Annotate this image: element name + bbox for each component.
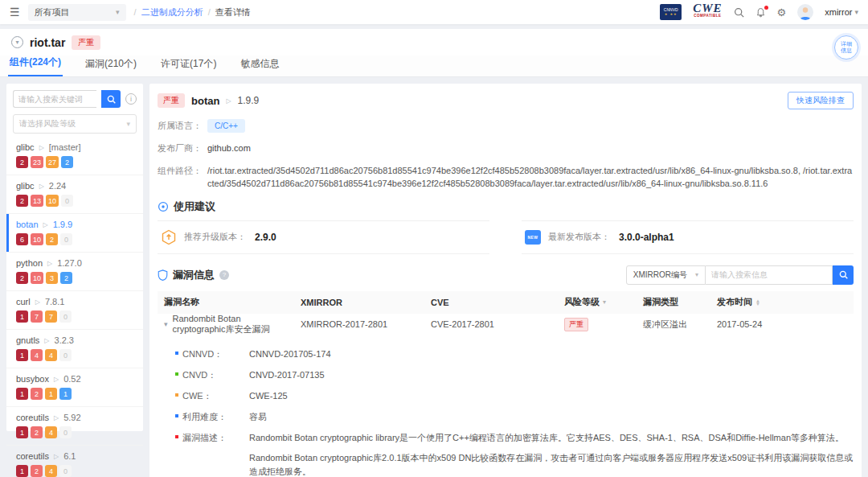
component-name: glibc [16, 142, 35, 152]
upgrade-hexagon-icon [161, 229, 177, 245]
col-date-label: 发布时间 [717, 296, 752, 308]
risk-level-select[interactable]: 请选择风险等级 ▾ [13, 114, 137, 134]
notification-dot [764, 6, 768, 10]
component-name: coreutils [16, 451, 49, 461]
path-label: 组件路径： [158, 164, 207, 191]
cnnvd-label: CNNVD： [182, 347, 223, 361]
vuln-type: 缓冲区溢出 [637, 319, 710, 331]
list-item-gnutls[interactable]: gnutls▷3.2.3 1440 [6, 330, 143, 368]
info-icon[interactable]: i [125, 93, 137, 105]
vuln-search-button[interactable] [833, 265, 854, 285]
tab-components[interactable]: 组件(224个) [8, 56, 63, 76]
list-item-coreutils-61[interactable]: coreutils▷6.1 1240 [6, 446, 143, 477]
triangle-separator-icon: ▷ [226, 97, 231, 105]
critical-count-badge: 2 [16, 195, 28, 207]
user-avatar[interactable] [797, 4, 813, 20]
vuln-search-type-value: XMIRROR编号 [633, 269, 687, 281]
vuln-search-type-select[interactable]: XMIRROR编号 ▾ [626, 265, 706, 285]
collapse-circle-icon[interactable]: ▾ [11, 36, 23, 48]
component-version: 1.9.9 [238, 95, 260, 106]
vuln-cve-id: CVE-2017-2801 [424, 319, 558, 329]
critical-count-badge: 1 [16, 426, 28, 438]
list-item-curl[interactable]: curl▷7.8.1 1770 [6, 291, 143, 330]
breadcrumb-link[interactable]: 二进制成分分析 [141, 6, 203, 19]
col-vuln-name: 漏洞名称 [158, 296, 294, 308]
language-tag: C/C++ [207, 119, 245, 133]
triangle-separator-icon: ▷ [44, 337, 49, 344]
cwe-label: CWE： [182, 389, 212, 403]
bullet-icon [175, 393, 178, 397]
new-release-icon: NEW [525, 230, 541, 245]
description-paragraph-2: Randombit Botan cryptographic库2.0.1版本中的x… [249, 451, 854, 477]
list-item-coreutils-592[interactable]: coreutils▷5.92 1240 [6, 407, 143, 446]
cnnvd-certification-logo: CNNVD ★ ★★ [660, 4, 682, 20]
notification-bell-icon[interactable] [755, 7, 766, 18]
sidebar-search-button[interactable] [101, 90, 121, 108]
menu-toggle-icon[interactable]: ☰ [10, 6, 20, 19]
component-version: 5.92 [63, 413, 80, 422]
tab-sensitive-info[interactable]: 敏感信息 [239, 57, 280, 76]
breadcrumb: / 二进制成分分析 / 查看详情 [134, 6, 251, 19]
bullet-icon [175, 435, 178, 438]
list-item-botan[interactable]: botan▷1.9.9 61020 [6, 214, 143, 253]
quick-risk-check-button[interactable]: 快速风险排查 [788, 92, 854, 109]
component-version: 7.8.1 [45, 297, 64, 306]
severity-badge: 严重 [158, 93, 185, 108]
high-count-badge: 13 [31, 195, 43, 207]
breadcrumb-current: 查看详情 [215, 6, 251, 19]
tab-licenses[interactable]: 许可证(17个) [159, 57, 218, 76]
triangle-separator-icon: ▷ [39, 144, 44, 151]
critical-count-badge: 1 [16, 310, 28, 323]
critical-count-badge: 2 [16, 156, 28, 168]
settings-gear-icon[interactable]: ⚙ [777, 6, 787, 19]
sidebar-search-input[interactable] [13, 90, 96, 108]
search-icon[interactable] [734, 7, 744, 18]
vuln-search-input[interactable] [706, 265, 833, 285]
col-risk-label: 风险等级 [564, 296, 600, 308]
table-row[interactable]: ▾Randombit Botan cryptographic库安全漏洞 XMIR… [158, 314, 854, 335]
col-risk-level[interactable]: 风险等级▾ [558, 296, 637, 308]
triangle-separator-icon: ▷ [43, 221, 48, 228]
component-version: [master] [49, 142, 81, 152]
topbar: ☰ 所有项目 ▾ / 二进制成分分析 / 查看详情 CNNVD ★ ★★ CWE… [0, 0, 868, 24]
medium-count-badge: 4 [45, 426, 57, 438]
user-menu[interactable]: xmirror ▾ [825, 7, 858, 17]
component-name: coreutils [16, 413, 49, 422]
component-list: glibc▷[master] 223272 glibc▷2.24 213100 … [6, 137, 143, 477]
medium-count-badge: 10 [46, 195, 59, 207]
difficulty-value: 容易 [249, 410, 267, 424]
medium-count-badge: 7 [45, 310, 57, 323]
tab-vulnerabilities[interactable]: 漏洞(210个) [84, 57, 138, 76]
component-detail-header: 严重 botan ▷ 1.9.9 快速风险排查 [158, 92, 854, 109]
help-icon[interactable]: ? [219, 270, 229, 280]
row-collapse-icon[interactable]: ▾ [164, 320, 168, 328]
bullet-icon [175, 372, 178, 376]
cnvd-value: CNVD-2017-07135 [249, 368, 325, 382]
page-header: ▾ riot.tar 严重 [0, 29, 868, 56]
triangle-separator-icon: ▷ [47, 260, 52, 267]
latest-version-label: 最新发布版本： [548, 231, 610, 243]
detail-info-float-button[interactable]: 详细 信息 [834, 35, 858, 60]
medium-count-badge: 27 [46, 156, 59, 168]
list-item-glibc-224[interactable]: glibc▷2.24 213100 [6, 175, 143, 214]
triangle-separator-icon: ▷ [54, 453, 59, 460]
col-publish-date[interactable]: 发布时间▲▼ [710, 296, 854, 308]
list-item-busybox[interactable]: busybox▷0.52 1211 [6, 368, 143, 407]
severity-badge: 严重 [72, 35, 100, 50]
component-name: python [16, 258, 43, 268]
col-xmirror: XMIRROR [294, 298, 424, 307]
vendor-label: 发布厂商： [158, 142, 207, 155]
high-count-badge: 23 [31, 156, 43, 168]
project-select[interactable]: 所有项目 ▾ [28, 4, 126, 21]
username-text: xmirror [825, 7, 852, 17]
vuln-search-group: XMIRROR编号 ▾ [626, 265, 854, 285]
high-count-badge: 7 [31, 310, 43, 323]
vuln-table-header: 漏洞名称 XMIRROR CVE 风险等级▾ 漏洞类型 发布时间▲▼ [158, 291, 854, 314]
path-value: /riot.tar.extracted/35d4502d711d86ac2075… [207, 164, 854, 191]
vuln-xmirror-id: XMIRROR-2017-2801 [294, 319, 424, 329]
list-item-python[interactable]: python▷1.27.0 21032 [6, 253, 143, 291]
description-label: 漏洞描述： [182, 431, 227, 445]
critical-count-badge: 6 [16, 233, 28, 245]
list-item-glibc-master[interactable]: glibc▷[master] 223272 [6, 137, 143, 175]
critical-count-badge: 2 [16, 272, 28, 284]
